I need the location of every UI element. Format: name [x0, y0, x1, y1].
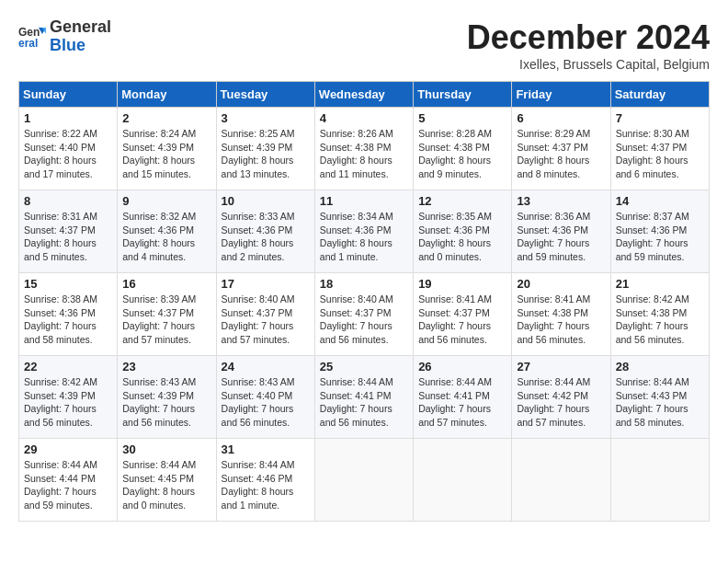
- day-detail: Sunrise: 8:42 AMSunset: 4:38 PMDaylight:…: [616, 293, 704, 347]
- day-number: 26: [418, 360, 506, 373]
- day-detail: Sunrise: 8:44 AMSunset: 4:46 PMDaylight:…: [222, 458, 310, 512]
- calendar-cell: 7Sunrise: 8:30 AMSunset: 4:37 PMDaylight…: [610, 108, 709, 190]
- day-number: 1: [24, 111, 112, 125]
- day-number: 10: [222, 194, 310, 208]
- day-number: 20: [517, 277, 605, 291]
- day-detail: Sunrise: 8:44 AMSunset: 4:45 PMDaylight:…: [122, 458, 210, 512]
- calendar-cell: 31Sunrise: 8:44 AMSunset: 4:46 PMDayligh…: [216, 439, 314, 522]
- day-number: 30: [122, 442, 210, 456]
- day-number: 29: [24, 442, 112, 456]
- day-number: 21: [616, 277, 704, 291]
- calendar-cell: 2Sunrise: 8:24 AMSunset: 4:39 PMDaylight…: [118, 108, 216, 190]
- calendar-cell: 27Sunrise: 8:44 AMSunset: 4:42 PMDayligh…: [512, 356, 610, 439]
- calendar-cell: 21Sunrise: 8:42 AMSunset: 4:38 PMDayligh…: [610, 273, 709, 356]
- day-detail: Sunrise: 8:26 AMSunset: 4:38 PMDaylight:…: [320, 127, 408, 181]
- day-number: 12: [418, 194, 506, 208]
- calendar-week-row: 22Sunrise: 8:42 AMSunset: 4:39 PMDayligh…: [19, 356, 710, 439]
- calendar-cell: 14Sunrise: 8:37 AMSunset: 4:36 PMDayligh…: [610, 190, 709, 273]
- day-number: 5: [418, 111, 506, 125]
- calendar-cell: 17Sunrise: 8:40 AMSunset: 4:37 PMDayligh…: [216, 273, 314, 356]
- day-detail: Sunrise: 8:42 AMSunset: 4:39 PMDaylight:…: [24, 375, 112, 430]
- day-number: 14: [616, 194, 704, 208]
- day-detail: Sunrise: 8:44 AMSunset: 4:41 PMDaylight:…: [418, 375, 506, 430]
- logo-general: General: [50, 17, 111, 36]
- day-number: 11: [320, 194, 408, 208]
- day-detail: Sunrise: 8:31 AMSunset: 4:37 PMDaylight:…: [24, 210, 112, 264]
- day-detail: Sunrise: 8:43 AMSunset: 4:39 PMDaylight:…: [122, 375, 210, 430]
- day-number: 7: [616, 111, 704, 125]
- calendar-cell: 22Sunrise: 8:42 AMSunset: 4:39 PMDayligh…: [19, 356, 118, 439]
- day-detail: Sunrise: 8:39 AMSunset: 4:37 PMDaylight:…: [122, 293, 210, 347]
- calendar-week-row: 29Sunrise: 8:44 AMSunset: 4:44 PMDayligh…: [19, 439, 710, 522]
- day-number: 6: [517, 111, 605, 125]
- logo-text: General Blue: [50, 18, 111, 55]
- day-of-week-header: Saturday: [610, 82, 709, 108]
- calendar-cell: 25Sunrise: 8:44 AMSunset: 4:41 PMDayligh…: [314, 356, 413, 439]
- calendar-cell: 28Sunrise: 8:44 AMSunset: 4:43 PMDayligh…: [610, 356, 709, 439]
- day-of-week-header: Tuesday: [216, 82, 314, 108]
- day-detail: Sunrise: 8:33 AMSunset: 4:36 PMDaylight:…: [222, 210, 310, 264]
- svg-text:eral: eral: [18, 37, 38, 50]
- day-number: 9: [122, 194, 210, 208]
- month-title: December 2024: [467, 18, 710, 57]
- calendar-cell: 19Sunrise: 8:41 AMSunset: 4:37 PMDayligh…: [414, 273, 512, 356]
- day-of-week-header: Thursday: [414, 82, 512, 108]
- day-detail: Sunrise: 8:44 AMSunset: 4:44 PMDaylight:…: [24, 458, 112, 512]
- logo: Gen eral General Blue: [18, 18, 111, 55]
- day-detail: Sunrise: 8:37 AMSunset: 4:36 PMDaylight:…: [616, 210, 704, 264]
- calendar-cell: 13Sunrise: 8:36 AMSunset: 4:36 PMDayligh…: [512, 190, 610, 273]
- calendar-cell: 12Sunrise: 8:35 AMSunset: 4:36 PMDayligh…: [414, 190, 512, 273]
- calendar-cell: 30Sunrise: 8:44 AMSunset: 4:45 PMDayligh…: [118, 439, 216, 522]
- calendar-cell: 6Sunrise: 8:29 AMSunset: 4:37 PMDaylight…: [512, 108, 610, 190]
- logo-icon: Gen eral: [18, 23, 46, 51]
- day-detail: Sunrise: 8:44 AMSunset: 4:42 PMDaylight:…: [517, 375, 605, 430]
- calendar-cell: 4Sunrise: 8:26 AMSunset: 4:38 PMDaylight…: [314, 108, 413, 190]
- day-detail: Sunrise: 8:29 AMSunset: 4:37 PMDaylight:…: [517, 127, 605, 181]
- day-number: 25: [320, 360, 408, 373]
- day-number: 3: [222, 111, 310, 125]
- day-detail: Sunrise: 8:44 AMSunset: 4:41 PMDaylight:…: [320, 375, 408, 430]
- day-detail: Sunrise: 8:38 AMSunset: 4:36 PMDaylight:…: [24, 293, 112, 347]
- calendar-week-row: 8Sunrise: 8:31 AMSunset: 4:37 PMDaylight…: [19, 190, 710, 273]
- logo-blue: Blue: [50, 36, 85, 54]
- day-number: 31: [222, 442, 310, 456]
- day-number: 15: [24, 277, 112, 291]
- day-number: 2: [122, 111, 210, 125]
- calendar-week-row: 1Sunrise: 8:22 AMSunset: 4:40 PMDaylight…: [19, 108, 710, 190]
- day-number: 16: [122, 277, 210, 291]
- day-detail: Sunrise: 8:28 AMSunset: 4:38 PMDaylight:…: [418, 127, 506, 181]
- day-number: 4: [320, 111, 408, 125]
- day-number: 19: [418, 277, 506, 291]
- day-detail: Sunrise: 8:43 AMSunset: 4:40 PMDaylight:…: [222, 375, 310, 430]
- calendar-cell: 5Sunrise: 8:28 AMSunset: 4:38 PMDaylight…: [414, 108, 512, 190]
- day-of-week-header: Monday: [118, 82, 216, 108]
- calendar-cell: [610, 439, 709, 522]
- calendar-cell: 20Sunrise: 8:41 AMSunset: 4:38 PMDayligh…: [512, 273, 610, 356]
- day-number: 22: [24, 360, 112, 373]
- day-detail: Sunrise: 8:41 AMSunset: 4:38 PMDaylight:…: [517, 293, 605, 347]
- day-detail: Sunrise: 8:36 AMSunset: 4:36 PMDaylight:…: [517, 210, 605, 264]
- day-number: 28: [616, 360, 704, 373]
- day-number: 24: [222, 360, 310, 373]
- calendar-cell: 18Sunrise: 8:40 AMSunset: 4:37 PMDayligh…: [314, 273, 413, 356]
- day-number: 8: [24, 194, 112, 208]
- day-of-week-header: Wednesday: [314, 82, 413, 108]
- calendar-cell: [314, 439, 413, 522]
- day-number: 27: [517, 360, 605, 373]
- calendar-cell: 26Sunrise: 8:44 AMSunset: 4:41 PMDayligh…: [414, 356, 512, 439]
- day-detail: Sunrise: 8:40 AMSunset: 4:37 PMDaylight:…: [222, 293, 310, 347]
- day-detail: Sunrise: 8:22 AMSunset: 4:40 PMDaylight:…: [24, 127, 112, 181]
- day-of-week-header: Friday: [512, 82, 610, 108]
- day-detail: Sunrise: 8:34 AMSunset: 4:36 PMDaylight:…: [320, 210, 408, 264]
- page-header: Gen eral General Blue December 2024 Ixel…: [18, 18, 710, 72]
- calendar-header-row: SundayMondayTuesdayWednesdayThursdayFrid…: [19, 82, 710, 108]
- calendar-cell: 8Sunrise: 8:31 AMSunset: 4:37 PMDaylight…: [19, 190, 118, 273]
- day-detail: Sunrise: 8:25 AMSunset: 4:39 PMDaylight:…: [222, 127, 310, 181]
- day-detail: Sunrise: 8:35 AMSunset: 4:36 PMDaylight:…: [418, 210, 506, 264]
- calendar-cell: 24Sunrise: 8:43 AMSunset: 4:40 PMDayligh…: [216, 356, 314, 439]
- calendar-cell: [512, 439, 610, 522]
- calendar-cell: 1Sunrise: 8:22 AMSunset: 4:40 PMDaylight…: [19, 108, 118, 190]
- calendar-week-row: 15Sunrise: 8:38 AMSunset: 4:36 PMDayligh…: [19, 273, 710, 356]
- calendar-table: SundayMondayTuesdayWednesdayThursdayFrid…: [18, 81, 710, 522]
- title-block: December 2024 Ixelles, Brussels Capital,…: [467, 18, 710, 72]
